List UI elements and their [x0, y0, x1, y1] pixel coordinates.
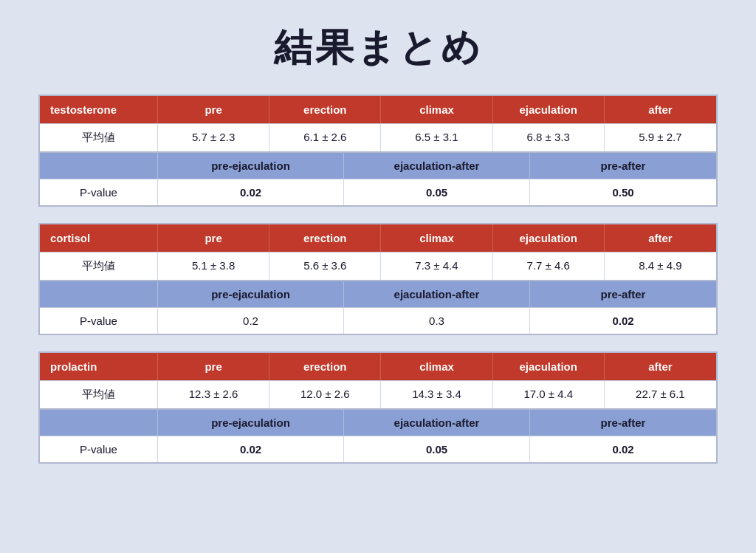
td-prolactin-label: 平均値 — [40, 381, 158, 408]
td-prolactin-pre: 12.3 ± 2.6 — [158, 381, 269, 408]
th-testosterone-erection: erection — [269, 96, 381, 123]
td-cortisol-pvalue-label: P-value — [40, 308, 158, 334]
td-testosterone-climax: 6.5 ± 3.1 — [381, 124, 492, 151]
td-testosterone-erection: 6.1 ± 2.6 — [269, 124, 381, 151]
testosterone-data-row: 平均値 5.7 ± 2.3 6.1 ± 2.6 6.5 ± 3.1 6.8 ± … — [40, 123, 716, 151]
cortisol-data-row: 平均値 5.1 ± 3.8 5.6 ± 3.6 7.3 ± 4.4 7.7 ± … — [40, 252, 716, 280]
td-cortisol-after: 8.4 ± 4.9 — [605, 253, 716, 280]
td-pvalue-label: P-value — [40, 179, 158, 205]
th-pre-after: pre-after — [530, 153, 716, 179]
testosterone-pvalue-data: P-value 0.02 0.05 0.50 — [40, 179, 716, 205]
page-title: 結果まとめ — [274, 22, 483, 74]
th-cortisol-pvalue-empty — [40, 281, 158, 307]
td-testosterone-label: 平均値 — [40, 124, 158, 151]
td-testosterone-after: 5.9 ± 2.7 — [605, 124, 716, 151]
th-prolactin-pre-ejaculation: pre-ejaculation — [158, 410, 344, 436]
td-pvalue-pre-ejaculation: 0.02 — [158, 179, 344, 205]
td-prolactin-pvalue-pre-ejaculation: 0.02 — [158, 436, 344, 462]
cortisol-section: cortisol pre erection climax ejaculation… — [38, 223, 718, 335]
td-prolactin-pvalue-ejaculation-after: 0.05 — [344, 436, 530, 462]
th-prolactin-climax: climax — [381, 353, 492, 380]
th-testosterone-climax: climax — [381, 96, 492, 123]
testosterone-pvalue-header: pre-ejaculation ejaculation-after pre-af… — [40, 151, 716, 179]
td-prolactin-ejaculation: 17.0 ± 4.4 — [493, 381, 605, 408]
prolactin-pvalue-header: pre-ejaculation ejaculation-after pre-af… — [40, 408, 716, 436]
td-cortisol-pvalue-ejaculation-after: 0.3 — [344, 308, 530, 334]
prolactin-data-row: 平均値 12.3 ± 2.6 12.0 ± 2.6 14.3 ± 3.4 17.… — [40, 380, 716, 408]
td-testosterone-ejaculation: 6.8 ± 3.3 — [493, 124, 605, 151]
td-testosterone-pre: 5.7 ± 2.3 — [158, 124, 269, 151]
th-prolactin-ejaculation: ejaculation — [493, 353, 605, 380]
td-cortisol-ejaculation: 7.7 ± 4.6 — [493, 253, 605, 280]
th-prolactin-pre: pre — [158, 353, 269, 380]
cortisol-header-row: cortisol pre erection climax ejaculation… — [40, 224, 716, 252]
cortisol-table: cortisol pre erection climax ejaculation… — [38, 223, 718, 335]
cortisol-pvalue-header: pre-ejaculation ejaculation-after pre-af… — [40, 280, 716, 307]
td-prolactin-erection: 12.0 ± 2.6 — [269, 381, 381, 408]
th-cortisol-climax: climax — [381, 224, 492, 252]
testosterone-header-row: testosterone pre erection climax ejacula… — [40, 96, 716, 123]
th-cortisol-pre-ejaculation: pre-ejaculation — [158, 281, 344, 307]
th-pre-ejaculation: pre-ejaculation — [158, 153, 344, 179]
td-cortisol-climax: 7.3 ± 4.4 — [381, 253, 492, 280]
td-prolactin-pvalue-pre-after: 0.02 — [530, 436, 716, 462]
th-cortisol-pre: pre — [158, 224, 269, 252]
th-ejaculation-after: ejaculation-after — [344, 153, 530, 179]
prolactin-section: prolactin pre erection climax ejaculatio… — [38, 351, 718, 464]
th-cortisol-ejaculation-after: ejaculation-after — [344, 281, 530, 307]
th-prolactin-erection: erection — [269, 353, 381, 380]
td-cortisol-pvalue-pre-after: 0.02 — [530, 308, 716, 334]
th-prolactin-ejaculation-after: ejaculation-after — [344, 410, 530, 436]
prolactin-header-row: prolactin pre erection climax ejaculatio… — [40, 353, 716, 380]
prolactin-table: prolactin pre erection climax ejaculatio… — [38, 351, 718, 464]
testosterone-table: testosterone pre erection climax ejacula… — [38, 95, 718, 207]
td-prolactin-climax: 14.3 ± 3.4 — [381, 381, 492, 408]
th-pvalue-empty — [40, 153, 158, 179]
prolactin-pvalue-data: P-value 0.02 0.05 0.02 — [40, 436, 716, 462]
th-prolactin-after: after — [605, 353, 716, 380]
td-pvalue-ejaculation-after: 0.05 — [344, 179, 530, 205]
td-pvalue-pre-after: 0.50 — [530, 179, 716, 205]
th-testosterone-ejaculation: ejaculation — [493, 96, 605, 123]
th-prolactin-pvalue-empty — [40, 410, 158, 436]
th-testosterone-pre: pre — [158, 96, 269, 123]
th-testosterone-after: after — [605, 96, 716, 123]
td-prolactin-after: 22.7 ± 6.1 — [605, 381, 716, 408]
td-prolactin-pvalue-label: P-value — [40, 436, 158, 462]
th-prolactin-name: prolactin — [40, 353, 158, 380]
th-prolactin-pre-after: pre-after — [530, 410, 716, 436]
th-cortisol-erection: erection — [269, 224, 381, 252]
th-cortisol-after: after — [605, 224, 716, 252]
td-cortisol-erection: 5.6 ± 3.6 — [269, 253, 381, 280]
cortisol-pvalue-data: P-value 0.2 0.3 0.02 — [40, 307, 716, 334]
th-cortisol-name: cortisol — [40, 224, 158, 252]
td-cortisol-pre: 5.1 ± 3.8 — [158, 253, 269, 280]
th-cortisol-ejaculation: ejaculation — [493, 224, 605, 252]
th-cortisol-pre-after: pre-after — [530, 281, 716, 307]
td-cortisol-pvalue-pre-ejaculation: 0.2 — [158, 308, 344, 334]
testosterone-section: testosterone pre erection climax ejacula… — [38, 95, 718, 207]
th-testosterone-name: testosterone — [40, 96, 158, 123]
td-cortisol-label: 平均値 — [40, 253, 158, 280]
